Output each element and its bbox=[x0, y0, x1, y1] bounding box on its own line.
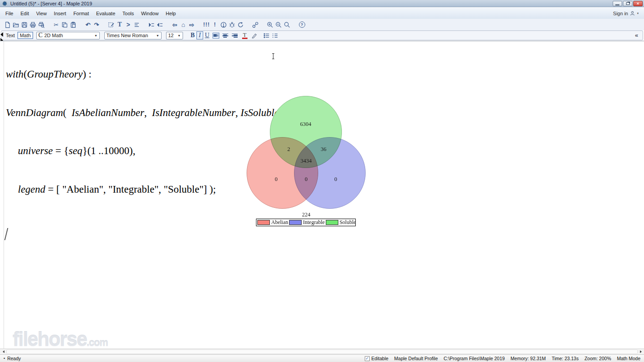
home-icon[interactable]: ⌂ bbox=[179, 20, 188, 29]
close-button[interactable]: × bbox=[633, 1, 643, 6]
copy-icon[interactable] bbox=[60, 20, 69, 29]
horizontal-scrollbar[interactable] bbox=[0, 349, 644, 354]
status-bullet-icon: • bbox=[4, 356, 5, 361]
print-preview-icon[interactable] bbox=[37, 20, 46, 29]
new-document-icon[interactable] bbox=[3, 20, 12, 29]
align-right-button[interactable] bbox=[231, 33, 238, 39]
execute-all-icon[interactable]: !!! bbox=[202, 20, 211, 29]
minimize-button[interactable] bbox=[613, 1, 622, 6]
back-icon[interactable]: ⇦ bbox=[171, 20, 179, 29]
font-dropdown[interactable]: Times New Roman ▼ bbox=[104, 32, 162, 39]
drawing-canvas-icon[interactable] bbox=[107, 20, 115, 29]
editable-label: Editable bbox=[371, 356, 388, 361]
ready-status: • Ready bbox=[4, 356, 21, 361]
legend-label-soluble: Soluble bbox=[340, 219, 356, 226]
menu-view[interactable]: View bbox=[33, 9, 51, 17]
profile-label: Maple Default Profile bbox=[394, 356, 438, 361]
bullet-list-button[interactable] bbox=[262, 31, 271, 40]
zoom-default-icon[interactable] bbox=[283, 20, 291, 29]
save-icon[interactable] bbox=[20, 20, 29, 29]
legend-item-integrable: Integrable bbox=[289, 219, 325, 226]
maple-prompt-icon[interactable]: > bbox=[124, 20, 132, 29]
align-left-button[interactable] bbox=[213, 33, 219, 39]
style-dropdown-value: 2D Math bbox=[44, 33, 63, 38]
menu-bar: File Edit View Insert Format Evaluate To… bbox=[0, 8, 644, 19]
scrollbar-thumb[interactable] bbox=[6, 349, 638, 354]
zoom-label: Zoom: 200% bbox=[584, 356, 611, 361]
maple-application-window: Untitled (5)* - [Server 4] - Maple 2019 … bbox=[0, 0, 644, 362]
numbered-list-button[interactable] bbox=[271, 31, 279, 40]
maple-leaf-icon bbox=[2, 1, 8, 6]
font-dropdown-value: Times New Roman bbox=[107, 33, 148, 38]
collapse-toolbar-button[interactable]: « bbox=[635, 32, 638, 39]
math-mode-button[interactable]: Math bbox=[17, 32, 33, 39]
menu-window[interactable]: Window bbox=[137, 9, 162, 17]
redo-icon[interactable]: ↷ bbox=[92, 20, 101, 29]
status-bar: • Ready ✓ Editable Maple Default Profile… bbox=[0, 354, 644, 362]
interrupt-icon[interactable] bbox=[219, 20, 228, 29]
palette-handle-left-icon[interactable] bbox=[0, 32, 3, 37]
restore-button[interactable] bbox=[623, 1, 632, 6]
restore-icon bbox=[626, 2, 630, 5]
editable-toggle[interactable]: ✓ Editable bbox=[365, 356, 388, 361]
venn-count-abelian-only: 0 bbox=[275, 176, 277, 183]
editable-checkbox[interactable]: ✓ bbox=[365, 356, 370, 361]
forward-icon[interactable]: ⇨ bbox=[188, 20, 196, 29]
menu-insert[interactable]: Insert bbox=[50, 9, 70, 17]
legend-label-abelian: Abelian bbox=[271, 219, 288, 226]
scroll-left-arrow[interactable] bbox=[0, 349, 6, 354]
sign-in-caret-icon: ▾ bbox=[637, 12, 639, 15]
menu-tools[interactable]: Tools bbox=[119, 9, 138, 17]
zoom-in-icon[interactable] bbox=[266, 20, 274, 29]
venn-count-abelian-soluble: 2 bbox=[287, 146, 290, 153]
highlighter-button[interactable] bbox=[250, 31, 259, 40]
cut-icon[interactable]: ✂ bbox=[52, 20, 60, 29]
menu-file[interactable]: File bbox=[2, 9, 17, 17]
sign-in-button[interactable]: Sign in ▾ bbox=[613, 11, 642, 16]
restart-icon[interactable] bbox=[236, 20, 245, 29]
menu-format[interactable]: Format bbox=[70, 9, 93, 17]
venn-count-integrable-only: 0 bbox=[334, 176, 337, 183]
hyperlink-icon[interactable] bbox=[251, 20, 260, 29]
align-center-button[interactable] bbox=[222, 33, 229, 39]
time-label: Time: 23.13s bbox=[552, 356, 579, 361]
venn-count-outside: 224 bbox=[302, 211, 311, 218]
font-size-dropdown[interactable]: 12 ▼ bbox=[166, 32, 183, 39]
underline-button[interactable]: U bbox=[203, 32, 211, 39]
zoom-out-icon[interactable] bbox=[274, 20, 283, 29]
bold-button[interactable]: B bbox=[189, 32, 196, 39]
venn-count-all-three: 3434 bbox=[301, 158, 312, 164]
venn-count-integrable-soluble: 36 bbox=[321, 146, 327, 153]
print-icon[interactable] bbox=[29, 20, 37, 29]
open-file-icon[interactable] bbox=[12, 20, 20, 29]
help-icon[interactable]: ? bbox=[298, 20, 306, 29]
debug-icon[interactable] bbox=[228, 20, 236, 29]
legend-item-soluble: Soluble bbox=[326, 219, 356, 226]
menu-edit[interactable]: Edit bbox=[17, 9, 33, 17]
scroll-right-arrow[interactable] bbox=[638, 349, 644, 354]
paste-icon[interactable] bbox=[69, 20, 77, 29]
chevron-down-icon: ▼ bbox=[178, 34, 181, 37]
worksheet-area[interactable]: with(GroupTheory) : VennDiagram( IsAbeli… bbox=[0, 41, 644, 349]
style-dropdown[interactable]: C 2D Math ▼ bbox=[36, 32, 100, 39]
insert-section-icon[interactable] bbox=[132, 20, 141, 29]
ready-label: Ready bbox=[7, 356, 21, 361]
menu-help[interactable]: Help bbox=[162, 9, 179, 17]
venn-diagram-plot: 6304 2 36 3434 0 0 0 224 Abelian Integra… bbox=[0, 41, 644, 349]
indent-section-icon[interactable] bbox=[147, 20, 156, 29]
style-sample-glyph: C bbox=[38, 32, 43, 39]
chevron-down-icon: ▼ bbox=[156, 34, 159, 37]
font-color-button[interactable]: T bbox=[242, 32, 247, 39]
legend-swatch-soluble bbox=[326, 220, 338, 225]
venn-circle-integrable bbox=[294, 137, 366, 209]
execute-icon[interactable]: ! bbox=[211, 20, 219, 29]
undo-icon[interactable]: ↶ bbox=[84, 20, 92, 29]
legend-item-abelian: Abelian bbox=[257, 219, 288, 226]
insert-text-icon[interactable]: T bbox=[115, 20, 124, 29]
close-icon: × bbox=[637, 2, 639, 6]
menu-evaluate[interactable]: Evaluate bbox=[93, 9, 119, 17]
italic-button[interactable]: I bbox=[196, 31, 203, 39]
outdent-section-icon[interactable] bbox=[156, 20, 164, 29]
legend-swatch-integrable bbox=[289, 220, 302, 225]
text-mode-button[interactable]: Text bbox=[4, 32, 17, 39]
